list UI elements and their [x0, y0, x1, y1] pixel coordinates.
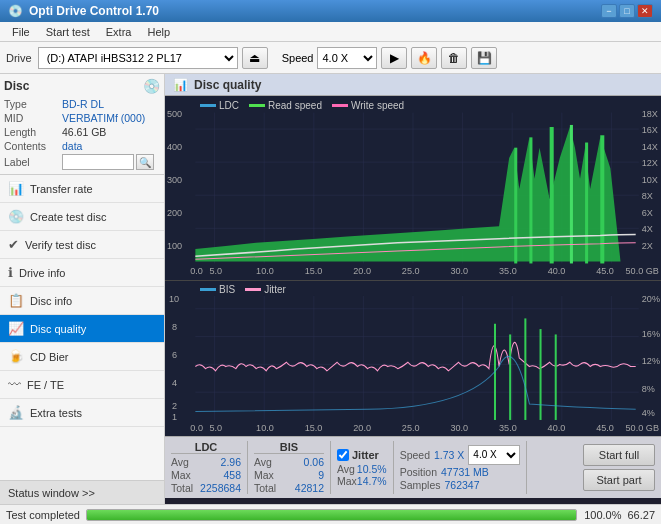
disc-section-icon: 💿 — [143, 78, 160, 94]
bis-legend-label: BIS — [219, 284, 235, 295]
label-browse-button[interactable]: 🔍 — [136, 154, 154, 170]
bottom-chart-legend: BIS Jitter — [200, 284, 286, 295]
svg-text:15.0: 15.0 — [305, 422, 323, 432]
nav-extra-tests-label: Extra tests — [30, 407, 82, 419]
svg-text:10X: 10X — [642, 175, 658, 185]
drive-select[interactable]: (D:) ATAPI iHBS312 2 PL17 — [38, 47, 238, 69]
samples-key: Samples — [400, 479, 441, 491]
main-layout: Disc 💿 Type BD-R DL MID VERBATIMf (000) … — [0, 74, 661, 504]
svg-text:18X: 18X — [642, 109, 658, 119]
svg-text:8: 8 — [172, 322, 177, 332]
bis-max: 9 — [318, 469, 324, 481]
app-title: Opti Drive Control 1.70 — [29, 4, 159, 18]
read-speed-color — [249, 104, 265, 107]
minimize-button[interactable]: − — [601, 4, 617, 18]
drive-info-icon: ℹ — [8, 265, 13, 280]
svg-text:15.0: 15.0 — [305, 266, 323, 276]
jitter-checkbox[interactable] — [337, 449, 349, 461]
jitter-legend: Jitter — [245, 284, 286, 295]
ldc-max: 458 — [223, 469, 241, 481]
disc-section-title: Disc — [4, 79, 29, 93]
cd-bier-icon: 🍺 — [8, 349, 24, 364]
title-bar: 💿 Opti Drive Control 1.70 − □ ✕ — [0, 0, 661, 22]
speed-stat-val: 1.73 X — [434, 449, 464, 461]
position-key: Position — [400, 466, 437, 478]
svg-text:4X: 4X — [642, 224, 653, 234]
length-key: Length — [4, 126, 62, 138]
svg-text:4: 4 — [172, 378, 177, 388]
maximize-button[interactable]: □ — [619, 4, 635, 18]
jitter-stats: Jitter Avg 10.5% Max 14.7% — [337, 449, 387, 487]
nav-drive-info[interactable]: ℹ Drive info — [0, 259, 164, 287]
svg-rect-43 — [550, 127, 554, 263]
speed-select-toolbar[interactable]: 4.0 X — [317, 47, 377, 69]
transfer-rate-icon: 📊 — [8, 181, 24, 196]
nav-fe-te-label: FE / TE — [27, 379, 64, 391]
svg-text:5.0: 5.0 — [210, 422, 223, 432]
bis-color — [200, 288, 216, 291]
mid-key: MID — [4, 112, 62, 124]
label-input[interactable] — [62, 154, 134, 170]
nav-extra-tests[interactable]: 🔬 Extra tests — [0, 399, 164, 427]
type-val: BD-R DL — [62, 98, 104, 110]
nav-create-test-disc[interactable]: 💿 Create test disc — [0, 203, 164, 231]
start-part-button[interactable]: Start part — [583, 469, 655, 491]
nav-verify-test-disc[interactable]: ✔ Verify test disc — [0, 231, 164, 259]
bottom-chart-svg: 10 8 6 4 2 1 20% 16% 12% 8% 4% 0.0 5.0 1… — [165, 281, 661, 436]
bis-avg: 0.06 — [304, 456, 324, 468]
nav-create-test-disc-label: Create test disc — [30, 211, 106, 223]
top-chart-svg: 500 400 300 200 100 18X 16X 14X 12X 10X … — [165, 96, 661, 280]
nav-disc-quality[interactable]: 📈 Disc quality — [0, 315, 164, 343]
write-speed-legend: Write speed — [332, 100, 404, 111]
progress-bar — [86, 509, 577, 521]
length-val: 46.61 GB — [62, 126, 106, 138]
svg-text:30.0: 30.0 — [450, 422, 468, 432]
eject-button[interactable]: ⏏ — [242, 47, 268, 69]
nav-disc-info[interactable]: 📋 Disc info — [0, 287, 164, 315]
write-speed-color — [332, 104, 348, 107]
top-chart-legend: LDC Read speed Write speed — [200, 100, 404, 111]
avg-key-jitter: Avg — [337, 463, 355, 475]
save-button[interactable]: 💾 — [471, 47, 497, 69]
go-button[interactable]: ▶ — [381, 47, 407, 69]
status-right-val: 66.27 — [627, 509, 655, 521]
menu-start-test[interactable]: Start test — [38, 24, 98, 40]
svg-rect-45 — [585, 143, 588, 264]
content-area: 📊 Disc quality LDC Read speed Write spee… — [165, 74, 661, 504]
max-key-bis: Max — [254, 469, 274, 481]
nav-transfer-rate-label: Transfer rate — [30, 183, 93, 195]
status-window-button[interactable]: Status window >> — [0, 480, 164, 504]
burn-button[interactable]: 🔥 — [411, 47, 437, 69]
svg-text:0.0: 0.0 — [190, 422, 203, 432]
verify-test-disc-icon: ✔ — [8, 237, 19, 252]
jitter-avg: 10.5% — [357, 463, 387, 475]
svg-text:16%: 16% — [642, 328, 660, 338]
total-key-ldc: Total — [171, 482, 193, 494]
ldc-stats: LDC Avg 2.96 Max 458 Total 2258684 — [171, 441, 241, 494]
app-icon: 💿 — [8, 4, 23, 18]
svg-rect-86 — [540, 329, 542, 420]
mid-val: VERBATIMf (000) — [62, 112, 145, 124]
speed-select-stats[interactable]: 4.0 X — [468, 445, 520, 465]
create-test-disc-icon: 💿 — [8, 209, 24, 224]
menu-extra[interactable]: Extra — [98, 24, 140, 40]
nav-verify-test-disc-label: Verify test disc — [25, 239, 96, 251]
svg-text:4%: 4% — [642, 407, 655, 417]
menu-file[interactable]: File — [4, 24, 38, 40]
nav-transfer-rate[interactable]: 📊 Transfer rate — [0, 175, 164, 203]
nav-fe-te[interactable]: 〰 FE / TE — [0, 371, 164, 399]
nav-cd-bier[interactable]: 🍺 CD Bier — [0, 343, 164, 371]
jitter-color — [245, 288, 261, 291]
menu-help[interactable]: Help — [139, 24, 178, 40]
bis-header: BIS — [254, 441, 324, 454]
start-full-button[interactable]: Start full — [583, 444, 655, 466]
svg-text:10.0: 10.0 — [256, 422, 274, 432]
erase-button[interactable]: 🗑 — [441, 47, 467, 69]
svg-text:40.0: 40.0 — [548, 422, 566, 432]
svg-text:0.0: 0.0 — [190, 266, 203, 276]
svg-text:35.0: 35.0 — [499, 422, 517, 432]
speed-stat-key: Speed — [400, 449, 430, 461]
svg-rect-87 — [555, 334, 557, 420]
ldc-color — [200, 104, 216, 107]
close-button[interactable]: ✕ — [637, 4, 653, 18]
